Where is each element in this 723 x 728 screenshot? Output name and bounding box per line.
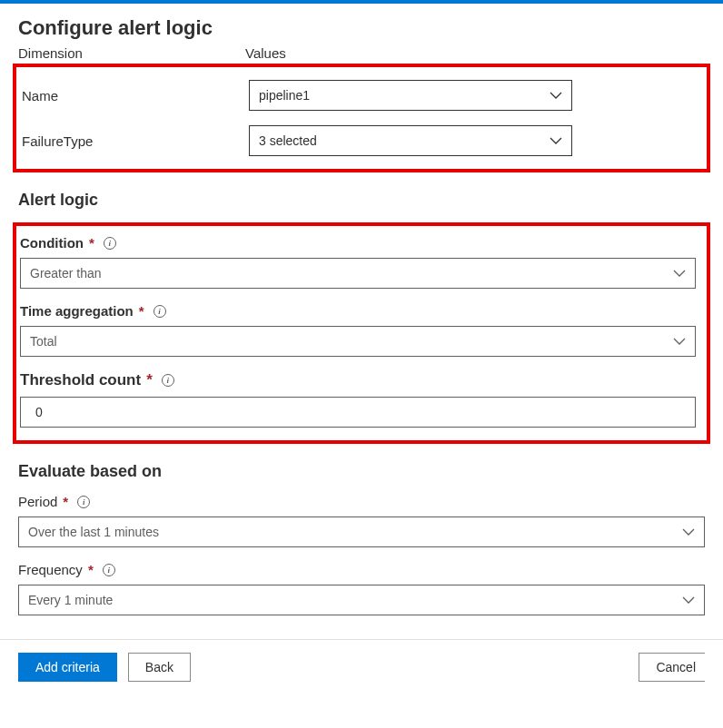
required-asterisk: * xyxy=(89,235,94,251)
time-aggregation-label-row: Time aggregation * i xyxy=(20,303,696,319)
alert-logic-highlight-box: Condition * i Greater than Time aggregat… xyxy=(13,222,710,444)
info-icon[interactable]: i xyxy=(154,305,166,318)
threshold-input[interactable] xyxy=(20,397,696,428)
dimension-select-failuretype[interactable]: 3 selected xyxy=(249,125,572,156)
dimension-row-name: Name pipeline1 xyxy=(20,80,692,111)
chevron-down-icon xyxy=(673,334,686,349)
dimension-value-failuretype: 3 selected xyxy=(259,133,317,148)
dimension-label-name: Name xyxy=(20,88,249,103)
frequency-select[interactable]: Every 1 minute xyxy=(18,585,705,615)
info-icon[interactable]: i xyxy=(77,496,90,508)
dimension-headers: Dimension Values xyxy=(18,45,705,60)
condition-label-row: Condition * i xyxy=(20,235,696,251)
frequency-value: Every 1 minute xyxy=(28,593,113,607)
time-aggregation-field: Time aggregation * i Total xyxy=(20,303,696,357)
required-asterisk: * xyxy=(146,371,153,389)
frequency-label: Frequency xyxy=(18,562,83,577)
required-asterisk: * xyxy=(139,303,144,319)
info-icon[interactable]: i xyxy=(104,237,116,250)
condition-value: Greater than xyxy=(30,266,102,280)
threshold-field: Threshold count * i xyxy=(20,371,696,428)
evaluate-heading: Evaluate based on xyxy=(18,462,705,481)
info-icon[interactable]: i xyxy=(103,564,115,576)
condition-select[interactable]: Greater than xyxy=(20,258,696,289)
main-container: Configure alert logic Dimension Values N… xyxy=(0,4,723,615)
time-aggregation-value: Total xyxy=(30,334,57,349)
period-field: Period * i Over the last 1 minutes xyxy=(18,494,705,547)
period-select[interactable]: Over the last 1 minutes xyxy=(18,516,705,547)
period-label: Period xyxy=(18,494,57,509)
dimensions-highlight-box: Name pipeline1 FailureType 3 selected xyxy=(13,64,710,172)
dimension-value-name: pipeline1 xyxy=(259,88,310,103)
footer-bar: Add criteria Back Cancel xyxy=(0,640,723,682)
page-title: Configure alert logic xyxy=(18,16,705,40)
threshold-label: Threshold count xyxy=(20,371,141,389)
cancel-button[interactable]: Cancel xyxy=(639,653,705,682)
dimension-select-name[interactable]: pipeline1 xyxy=(249,80,572,111)
dimension-header-col1: Dimension xyxy=(18,45,245,56)
alert-logic-heading: Alert logic xyxy=(18,191,705,210)
frequency-label-row: Frequency * i xyxy=(18,562,705,577)
info-icon[interactable]: i xyxy=(162,374,174,387)
chevron-down-icon xyxy=(550,88,562,103)
condition-label: Condition xyxy=(20,235,84,251)
dimension-label-failuretype: FailureType xyxy=(20,133,249,149)
chevron-down-icon xyxy=(682,525,695,539)
dimension-row-failuretype: FailureType 3 selected xyxy=(20,125,692,156)
add-criteria-button[interactable]: Add criteria xyxy=(18,653,117,682)
chevron-down-icon xyxy=(682,593,695,607)
period-label-row: Period * i xyxy=(18,494,705,509)
required-asterisk: * xyxy=(88,562,94,577)
period-value: Over the last 1 minutes xyxy=(28,525,159,539)
time-aggregation-label: Time aggregation xyxy=(20,303,134,319)
frequency-field: Frequency * i Every 1 minute xyxy=(18,562,705,615)
chevron-down-icon xyxy=(673,266,686,280)
condition-field: Condition * i Greater than xyxy=(20,235,696,289)
time-aggregation-select[interactable]: Total xyxy=(20,326,696,357)
back-button[interactable]: Back xyxy=(128,653,191,682)
threshold-label-row: Threshold count * i xyxy=(20,371,696,389)
required-asterisk: * xyxy=(63,494,68,509)
chevron-down-icon xyxy=(550,133,562,148)
footer-left-group: Add criteria Back xyxy=(18,653,191,682)
dimension-header-col2: Values xyxy=(245,45,286,56)
